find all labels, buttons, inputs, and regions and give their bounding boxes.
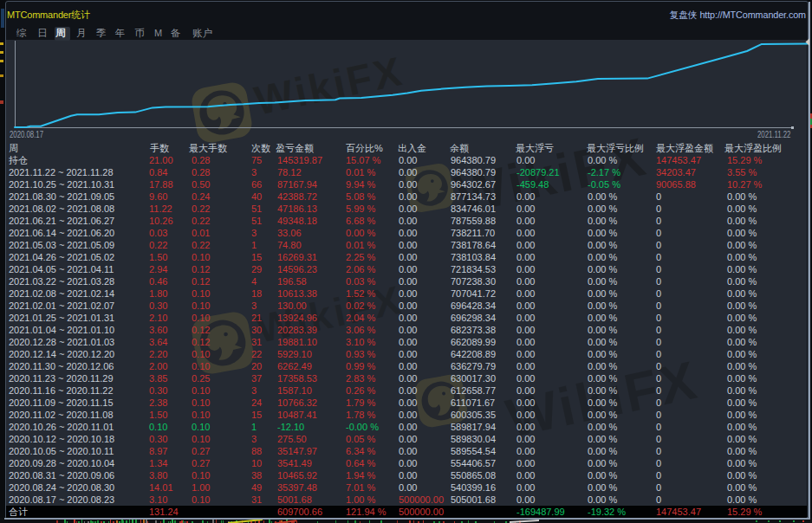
svg-text:WikiFX: WikiFX — [250, 48, 407, 124]
svg-text:WikiFX: WikiFX — [252, 276, 406, 351]
